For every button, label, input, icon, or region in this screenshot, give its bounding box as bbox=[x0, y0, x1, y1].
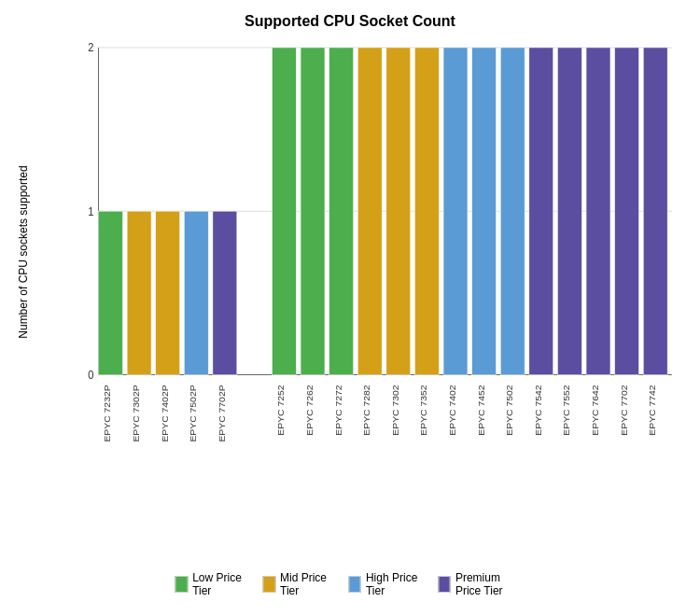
y-axis-label: Number of CPU sockets supported bbox=[17, 165, 30, 338]
svg-text:EPYC 7402P: EPYC 7402P bbox=[160, 385, 170, 442]
svg-rect-20 bbox=[301, 48, 325, 374]
svg-text:0: 0 bbox=[88, 368, 93, 380]
svg-rect-28 bbox=[414, 48, 439, 374]
legend-color-box bbox=[262, 576, 275, 593]
chart-svg: 012EPYC 7232PEPYC 7302PEPYC 7402PEPYC 75… bbox=[65, 37, 681, 467]
svg-rect-10 bbox=[127, 211, 151, 374]
legend-label: High Price Tier bbox=[366, 571, 419, 597]
legend-color-box bbox=[175, 576, 189, 593]
svg-text:EPYC 7282: EPYC 7282 bbox=[362, 385, 372, 436]
legend-item: High Price Tier bbox=[348, 571, 419, 597]
svg-rect-38 bbox=[557, 48, 581, 374]
svg-rect-16 bbox=[213, 211, 237, 374]
svg-text:EPYC 7452: EPYC 7452 bbox=[476, 385, 486, 436]
chart-legend: Low Price TierMid Price TierHigh Price T… bbox=[175, 571, 525, 597]
svg-rect-22 bbox=[329, 48, 354, 374]
svg-text:EPYC 7702P: EPYC 7702P bbox=[217, 385, 227, 442]
svg-text:EPYC 7542: EPYC 7542 bbox=[533, 385, 543, 436]
legend-label: Mid Price Tier bbox=[280, 571, 329, 597]
svg-text:1: 1 bbox=[88, 204, 93, 217]
legend-item: Low Price Tier bbox=[175, 571, 245, 597]
svg-text:EPYC 7302: EPYC 7302 bbox=[390, 385, 400, 436]
chart-plot-area: 012EPYC 7232PEPYC 7302PEPYC 7402PEPYC 75… bbox=[65, 37, 681, 467]
svg-text:EPYC 7232P: EPYC 7232P bbox=[103, 385, 113, 442]
svg-rect-24 bbox=[357, 48, 382, 374]
svg-rect-42 bbox=[615, 48, 639, 374]
svg-rect-26 bbox=[386, 48, 411, 374]
svg-rect-32 bbox=[472, 48, 497, 374]
legend-label: Premium Price Tier bbox=[455, 571, 525, 597]
svg-text:EPYC 7302P: EPYC 7302P bbox=[131, 385, 141, 442]
legend-color-box bbox=[438, 576, 451, 593]
svg-rect-36 bbox=[529, 48, 553, 374]
svg-text:EPYC 7702: EPYC 7702 bbox=[619, 385, 629, 436]
svg-text:EPYC 7502: EPYC 7502 bbox=[505, 385, 515, 436]
svg-text:EPYC 7502P: EPYC 7502P bbox=[189, 385, 199, 442]
svg-text:EPYC 7352: EPYC 7352 bbox=[419, 385, 429, 436]
legend-item: Mid Price Tier bbox=[262, 571, 329, 597]
chart-container: Supported CPU Socket Count Number of CPU… bbox=[0, 0, 700, 616]
legend-label: Low Price Tier bbox=[192, 571, 244, 597]
y-axis-label-wrapper: Number of CPU sockets supported bbox=[0, 37, 47, 467]
svg-rect-12 bbox=[156, 211, 180, 374]
svg-rect-40 bbox=[586, 48, 610, 374]
legend-item: Premium Price Tier bbox=[438, 571, 525, 597]
svg-rect-30 bbox=[443, 48, 468, 374]
svg-text:EPYC 7402: EPYC 7402 bbox=[447, 385, 457, 436]
svg-text:EPYC 7742: EPYC 7742 bbox=[648, 385, 658, 436]
svg-text:EPYC 7252: EPYC 7252 bbox=[276, 385, 287, 436]
svg-text:EPYC 7552: EPYC 7552 bbox=[562, 385, 572, 436]
svg-rect-44 bbox=[643, 48, 667, 374]
svg-rect-14 bbox=[184, 211, 208, 374]
svg-rect-34 bbox=[500, 48, 525, 374]
legend-color-box bbox=[348, 576, 361, 593]
svg-text:2: 2 bbox=[88, 41, 93, 53]
svg-rect-18 bbox=[272, 48, 296, 374]
svg-text:EPYC 7262: EPYC 7262 bbox=[304, 385, 315, 436]
svg-text:EPYC 7272: EPYC 7272 bbox=[333, 385, 343, 436]
chart-title: Supported CPU Socket Count bbox=[0, 0, 700, 30]
svg-rect-8 bbox=[99, 211, 123, 374]
svg-text:EPYC 7642: EPYC 7642 bbox=[590, 385, 600, 436]
